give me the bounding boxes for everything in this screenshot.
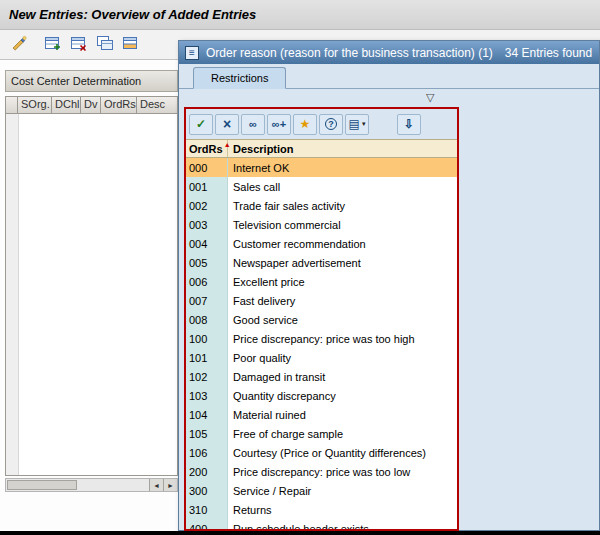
value-help-dialog: ≡ Order reason (reason for the business … [178, 40, 600, 531]
value-list-row[interactable]: 005Newspaper advertisement [186, 253, 457, 272]
row-selector-column[interactable] [6, 114, 19, 475]
confirm-icon: ✓ [196, 117, 206, 131]
ordrs-cell: 008 [186, 310, 228, 329]
display-change-button[interactable] [6, 33, 32, 57]
value-list-row[interactable]: 008Good service [186, 310, 457, 329]
highlight-box: ✓×∞∞+★?▤⇩ OrdRs ▲ Description 000Interne… [184, 107, 459, 531]
left-grid-body[interactable] [5, 114, 178, 476]
ordrs-cell: 006 [186, 272, 228, 291]
ordrs-cell: 400 [186, 519, 228, 529]
description-cell: Newspaper advertisement [228, 253, 457, 272]
find-button[interactable]: ∞ [241, 114, 265, 135]
description-cell: Excellent price [228, 272, 457, 291]
filter-icon[interactable]: ▽ [426, 92, 434, 103]
copy-row-icon [96, 35, 114, 54]
ordrs-cell: 105 [186, 424, 228, 443]
ordrs-cell: 003 [186, 215, 228, 234]
value-list-row[interactable]: 104Material ruined [186, 405, 457, 424]
description-cell: Poor quality [228, 348, 457, 367]
value-list-row[interactable]: 003Television commercial [186, 215, 457, 234]
personal-value-list-button[interactable]: ⇩ [397, 114, 421, 135]
description-cell: Returns [228, 500, 457, 519]
description-cell: Trade fair sales activity [228, 196, 457, 215]
insert-row-button[interactable] [40, 33, 66, 57]
description-cell: Price discrepancy: price was too high [228, 329, 457, 348]
value-list-row[interactable]: 105Free of charge sample [186, 424, 457, 443]
ordrs-cell: 310 [186, 500, 228, 519]
description-cell: Price discrepancy: price was too low [228, 462, 457, 481]
value-list-row[interactable]: 002Trade fair sales activity [186, 196, 457, 215]
print-button[interactable]: ▤ [345, 114, 369, 135]
horizontal-scrollbar[interactable]: ◄ ► [5, 478, 178, 492]
value-list-row[interactable]: 004Customer recommendation [186, 234, 457, 253]
value-list-body: 000Internet OK001Sales call002Trade fair… [186, 158, 457, 529]
dialog-icon-frame: ≡ [185, 46, 199, 60]
ordrs-cell: 106 [186, 443, 228, 462]
page-title: New Entries: Overview of Added Entries [9, 7, 256, 22]
window-titlebar: New Entries: Overview of Added Entries [0, 0, 600, 30]
dialog-titlebar[interactable]: ≡ Order reason (reason for the business … [179, 41, 599, 64]
help-button[interactable]: ? [319, 114, 343, 135]
ordrs-cell: 104 [186, 405, 228, 424]
sap-window: New Entries: Overview of Added Entries [0, 0, 600, 535]
column-label: Description [233, 143, 294, 155]
value-list-row[interactable]: 106Courtesy (Price or Quantity differenc… [186, 443, 457, 462]
ordrs-cell: 002 [186, 196, 228, 215]
value-list-row[interactable]: 001Sales call [186, 177, 457, 196]
grid-column-header[interactable]: Desc [136, 96, 178, 114]
add-favorite-button[interactable]: ★ [293, 114, 317, 135]
tab-strip: Restrictions [179, 64, 599, 89]
value-list-row[interactable]: 200Price discrepancy: price was too low [186, 462, 457, 481]
value-list-row[interactable]: 101Poor quality [186, 348, 457, 367]
delete-row-icon [70, 35, 88, 54]
value-list-row[interactable]: 102Damaged in transit [186, 367, 457, 386]
column-label: OrdRs [189, 143, 223, 155]
column-header-description[interactable]: Description [228, 140, 457, 157]
description-cell: Sales call [228, 177, 457, 196]
ordrs-cell: 300 [186, 481, 228, 500]
print-icon: ▤ [349, 117, 360, 131]
find-next-button[interactable]: ∞+ [267, 114, 291, 135]
column-header-ordrs[interactable]: OrdRs ▲ [186, 140, 228, 157]
scroll-left-button[interactable]: ◄ [149, 479, 163, 491]
panel-title: Cost Center Determination [5, 70, 178, 92]
value-list-row[interactable]: 300Service / Repair [186, 481, 457, 500]
description-cell: Good service [228, 310, 457, 329]
description-cell: Quantity discrepancy [228, 386, 457, 405]
scroll-right-icon: ► [167, 482, 174, 489]
scrollbar-track[interactable] [78, 479, 149, 491]
value-list-row[interactable]: 310Returns [186, 500, 457, 519]
ordrs-cell: 005 [186, 253, 228, 272]
value-list-row[interactable]: 007Fast delivery [186, 291, 457, 310]
ordrs-cell: 102 [186, 367, 228, 386]
grid-column-header[interactable]: Dv [80, 96, 101, 114]
find-next-icon: ∞+ [272, 118, 286, 130]
confirm-button[interactable]: ✓ [189, 114, 213, 135]
value-help-toolbar: ✓×∞∞+★?▤⇩ [186, 109, 457, 139]
cost-center-panel: Cost Center Determination SOrg.DChlDvOrd… [5, 70, 178, 494]
scrollbar-thumb[interactable] [7, 480, 77, 490]
personal-value-list-icon: ⇩ [404, 117, 414, 131]
description-cell: Customer recommendation [228, 234, 457, 253]
value-list-row[interactable]: 006Excellent price [186, 272, 457, 291]
value-list-row[interactable]: 400Run schedule header exists [186, 519, 457, 529]
ordrs-cell: 101 [186, 348, 228, 367]
cancel-icon: × [223, 117, 231, 131]
copy-row-button[interactable] [92, 33, 118, 57]
value-list-row[interactable]: 103Quantity discrepancy [186, 386, 457, 405]
value-list-row[interactable]: 000Internet OK [186, 158, 457, 177]
grid-column-header[interactable]: DChl [51, 96, 81, 114]
scroll-right-button[interactable]: ► [163, 479, 177, 491]
value-list-row[interactable]: 100Price discrepancy: price was too high [186, 329, 457, 348]
select-block-button[interactable] [118, 33, 144, 57]
delete-row-button[interactable] [66, 33, 92, 57]
grid-column-header[interactable]: OrdRs [100, 96, 137, 114]
entries-found-label: 34 Entries found [505, 46, 592, 60]
help-icon: ? [325, 118, 337, 130]
tab-restrictions[interactable]: Restrictions [193, 67, 286, 89]
cancel-button[interactable]: × [215, 114, 239, 135]
grid-column-header[interactable]: SOrg. [17, 96, 52, 114]
description-cell: Fast delivery [228, 291, 457, 310]
add-favorite-icon: ★ [300, 117, 311, 131]
dialog-icon: ≡ [186, 47, 198, 59]
